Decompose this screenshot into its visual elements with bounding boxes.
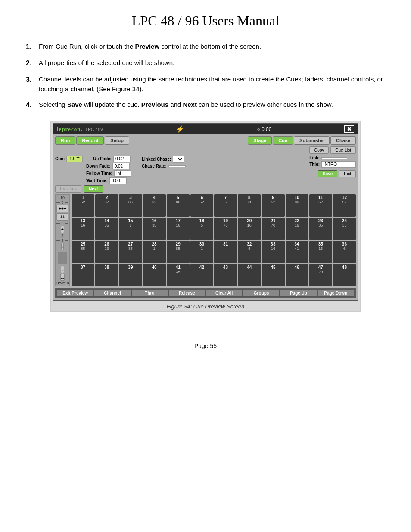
save-button[interactable]: Save	[318, 170, 337, 177]
channel-cell-33[interactable]: 3316	[262, 241, 284, 263]
chase-rate-value[interactable]	[168, 165, 186, 167]
channel-cell-6[interactable]: 652	[190, 194, 213, 217]
channel-cell-11[interactable]: 1152	[309, 194, 332, 217]
bottom-btn-release[interactable]: Release	[168, 289, 205, 297]
channel-cell-9[interactable]: 952	[262, 194, 284, 217]
fader-btn-m[interactable]: -	[61, 243, 63, 250]
channel-cell-13[interactable]: 1316	[72, 218, 94, 240]
channel-cell-23[interactable]: 2335	[309, 218, 332, 240]
copy-row: Copy Cue List	[55, 146, 356, 154]
copy-button[interactable]: Copy	[309, 146, 329, 154]
link-value[interactable]	[321, 157, 347, 159]
previous-button[interactable]: Previous	[55, 185, 81, 193]
channel-cell-34[interactable]: 3441	[286, 241, 308, 263]
channel-cell-32[interactable]: 326	[238, 241, 261, 263]
tab-setup[interactable]: Setup	[105, 136, 129, 145]
fader-btn-dotdot2[interactable]: ...	[60, 274, 65, 281]
channel-cell-4[interactable]: 452	[143, 194, 166, 217]
down-fade-value[interactable]: 0:02	[112, 163, 130, 169]
follow-time-value[interactable]: Inf	[114, 170, 131, 177]
channel-cell-19[interactable]: 1970	[214, 218, 237, 240]
channel-cell-48[interactable]: 48	[333, 264, 356, 286]
linked-chase-select[interactable]	[173, 156, 184, 163]
channel-cell-26[interactable]: 2616	[95, 241, 118, 263]
channel-cell-31[interactable]: 31	[214, 241, 237, 263]
up-fade-label: Up Fade:	[93, 156, 112, 161]
cue-number-row: Cue: 1.0 ☰ Up Fade: 0:02	[55, 156, 131, 162]
title-label: Title:	[309, 162, 320, 167]
channel-cell-41[interactable]: 4135	[167, 264, 190, 286]
title-row: Title: INTRO	[306, 161, 356, 168]
channel-cell-20[interactable]: 2016	[238, 218, 261, 240]
channel-cell-21[interactable]: 2170	[262, 218, 284, 240]
bottom-btn-exit-preview[interactable]: Exit Preview	[57, 289, 93, 297]
title-value[interactable]: INTRO	[321, 161, 356, 168]
channel-cell-42[interactable]: 42	[190, 264, 213, 286]
linked-chase-row: Linked Chase:	[138, 156, 186, 163]
bottom-btn-channel[interactable]: Channel	[94, 289, 131, 297]
channel-cell-22[interactable]: 2216	[286, 218, 308, 240]
exit-button[interactable]: Exit	[339, 170, 356, 177]
next-button[interactable]: Next	[84, 185, 103, 193]
wait-time-label: Wait Time:	[86, 178, 108, 183]
channel-cell-15[interactable]: 151	[119, 218, 142, 240]
fader-btn-p[interactable]: +	[61, 226, 64, 233]
fader-mark-4: — 4 —	[56, 233, 68, 238]
channel-cell-17[interactable]: 1716	[167, 218, 190, 240]
instruction-1-num: 1.	[26, 42, 34, 52]
channel-cell-30[interactable]: 301	[190, 241, 213, 263]
bottom-btn-thru[interactable]: Thru	[131, 289, 168, 297]
channel-cell-29[interactable]: 2985	[167, 241, 190, 263]
channel-cell-8[interactable]: 871	[238, 194, 261, 217]
channel-cell-27[interactable]: 2785	[119, 241, 142, 263]
instruction-3-num: 3.	[26, 75, 34, 94]
tab-record[interactable]: Record	[76, 136, 104, 145]
tab-submaster[interactable]: Submaster	[294, 136, 330, 145]
channel-grid: 1522373864525866527528719521086115212521…	[72, 194, 356, 286]
channel-area: —10— — 8 — +++ ++ — 6 — + — 4 — — 2 — - …	[55, 194, 356, 286]
channel-cell-10[interactable]: 1086	[286, 194, 308, 217]
channel-cell-24[interactable]: 2435	[333, 218, 356, 240]
tab-chase[interactable]: Chase	[330, 136, 356, 145]
channel-cell-40[interactable]: 40	[143, 264, 166, 286]
channel-cell-2[interactable]: 237	[95, 194, 118, 217]
channel-cell-12[interactable]: 1252	[333, 194, 356, 217]
channel-cell-25[interactable]: 2585	[72, 241, 94, 263]
up-fade-value[interactable]: 0:02	[113, 156, 131, 162]
bottom-btn-page-down[interactable]: Page Down	[318, 289, 354, 297]
channel-cell-14[interactable]: 1435	[95, 218, 118, 240]
channel-cell-36[interactable]: 366	[333, 241, 356, 263]
channel-cell-46[interactable]: 46	[286, 264, 308, 286]
channel-cell-1[interactable]: 152	[72, 194, 94, 217]
lpc-header: leprecon. LPC-48V ⚡ ○ 0:00 ✖	[53, 124, 358, 134]
channel-cell-43[interactable]: 43	[214, 264, 237, 286]
fader-btn-ppp[interactable]: +++	[56, 205, 68, 212]
channel-cell-35[interactable]: 3516	[309, 241, 332, 263]
lpc-body: Run Record Setup Stage Cue Submaster Cha…	[53, 134, 358, 300]
channel-cell-38[interactable]: 38	[95, 264, 118, 286]
channel-cell-16[interactable]: 1635	[143, 218, 166, 240]
bottom-btn-page-up[interactable]: Page Up	[280, 289, 317, 297]
tab-cue[interactable]: Cue	[273, 136, 293, 145]
channel-cell-47[interactable]: 4720	[309, 264, 332, 286]
channel-cell-18[interactable]: 185	[190, 218, 213, 240]
bottom-btn-clear-all[interactable]: Clear All	[206, 289, 243, 297]
instructions-section: 1. From Cue Run, click or touch the Prev…	[26, 42, 385, 110]
channel-cell-45[interactable]: 45	[262, 264, 284, 286]
channel-cell-5[interactable]: 586	[167, 194, 190, 217]
channel-cell-39[interactable]: 39	[119, 264, 142, 286]
fader-btn-dotdot[interactable]: ..	[61, 266, 64, 273]
tab-run[interactable]: Run	[55, 136, 75, 145]
channel-cell-3[interactable]: 386	[119, 194, 142, 217]
channel-cell-7[interactable]: 752	[214, 194, 237, 217]
bottom-btn-groups[interactable]: Groups	[243, 289, 280, 297]
tab-stage[interactable]: Stage	[248, 136, 272, 145]
channel-cell-37[interactable]: 37	[72, 264, 94, 286]
fader-btn-pp[interactable]: ++	[56, 213, 68, 221]
channel-cell-28[interactable]: 281	[143, 241, 166, 263]
channel-cell-44[interactable]: 44	[238, 264, 261, 286]
wait-time-value[interactable]: 0:00	[109, 177, 127, 184]
fader-slider[interactable]	[58, 252, 67, 264]
cue-list-button[interactable]: Cue List	[330, 146, 356, 154]
lpc-close-btn[interactable]: ✖	[344, 125, 354, 133]
